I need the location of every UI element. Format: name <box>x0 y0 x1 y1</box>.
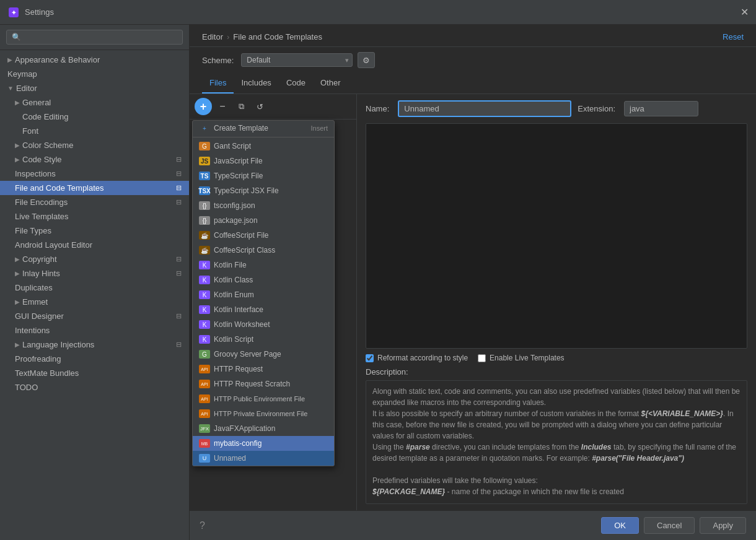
sidebar-item-color-scheme[interactable]: ▶ Color Scheme <box>0 138 189 152</box>
reformat-checkbox-label[interactable]: Reformat according to style <box>366 354 468 362</box>
dropdown-typescript-file[interactable]: TS TypeScript File <box>193 168 334 183</box>
sidebar-item-inlay-hints[interactable]: ▶ Inlay Hints ⊟ <box>0 266 189 281</box>
name-extension-row: Name: Extension: <box>366 100 747 117</box>
dropdown-kotlin-enum[interactable]: K Kotlin Enum <box>193 287 334 302</box>
reset-template-button[interactable]: ↺ <box>252 98 268 115</box>
reformat-checkbox[interactable] <box>366 354 374 362</box>
remove-template-button[interactable]: − <box>214 98 231 115</box>
apply-button[interactable]: Apply <box>700 517 746 534</box>
sidebar-item-code-style[interactable]: ▶ Code Style ⊟ <box>0 152 189 167</box>
sidebar-item-copyright[interactable]: ▶ Copyright ⊟ <box>0 252 189 266</box>
tab-includes[interactable]: Includes <box>234 73 278 94</box>
template-toolbar: + − ⧉ ↺ <box>190 94 356 120</box>
bottom-bar: ? OK Cancel Apply <box>190 510 756 540</box>
dropdown-javascript-file[interactable]: JS JavaScript File <box>193 154 334 168</box>
dropdown-tsconfig[interactable]: {} tsconfig.json <box>193 198 334 213</box>
dropdown-kotlin-file[interactable]: K Kotlin File <box>193 258 334 272</box>
sidebar-item-duplicates[interactable]: Duplicates <box>0 281 189 295</box>
description-label: Description: <box>366 367 747 377</box>
tab-other[interactable]: Other <box>313 73 348 94</box>
sidebar-item-textmate[interactable]: TextMate Bundles <box>0 366 189 380</box>
sidebar-item-keymap[interactable]: Keymap <box>0 67 189 81</box>
sidebar-item-general[interactable]: ▶ General <box>0 95 189 110</box>
tab-files[interactable]: Files <box>202 73 234 94</box>
sidebar-item-editor[interactable]: ▼ Editor <box>0 81 189 95</box>
sidebar-item-live-templates[interactable]: Live Templates <box>0 209 189 224</box>
breadcrumb-current: File and Code Templates <box>233 32 322 41</box>
dropdown-mybatis[interactable]: MB mybatis-config <box>193 436 334 451</box>
sidebar-nav: ▶ Appearance & Behavior Keymap ▼ Editor … <box>0 50 189 540</box>
add-template-button[interactable]: + <box>195 98 212 115</box>
arrow-icon: ▼ <box>7 85 14 92</box>
breadcrumb: Editor › File and Code Templates <box>202 32 322 41</box>
dropdown-kotlin-script[interactable]: K Kotlin Script <box>193 332 334 347</box>
sidebar-item-inspections[interactable]: Inspections ⊟ <box>0 167 189 181</box>
api-icon: API <box>199 380 210 388</box>
dropdown-gant-script[interactable]: G Gant Script <box>193 139 334 154</box>
kotlin-icon: K <box>199 261 210 269</box>
sidebar-item-lang-injections[interactable]: ▶ Language Injections ⊟ <box>0 338 189 352</box>
sidebar-item-todo[interactable]: TODO <box>0 380 189 394</box>
name-input[interactable] <box>398 100 571 117</box>
template-code-editor[interactable] <box>366 123 747 349</box>
dropdown-http-request[interactable]: API HTTP Request <box>193 362 334 377</box>
live-templates-checkbox-label[interactable]: Enable Live Templates <box>478 354 565 362</box>
sidebar-item-appearance[interactable]: ▶ Appearance & Behavior <box>0 53 189 67</box>
template-edit-panel: Name: Extension: Reformat according to s… <box>357 94 756 510</box>
trailing-icon: ⊟ <box>176 170 182 178</box>
dropdown-typescript-jsx[interactable]: TSX TypeScript JSX File <box>193 183 334 198</box>
sidebar-item-intentions[interactable]: Intentions <box>0 323 189 338</box>
tab-code[interactable]: Code <box>279 73 313 94</box>
dropdown-item-label: TypeScript JSX File <box>214 186 279 195</box>
sidebar-item-file-encodings[interactable]: File Encodings ⊟ <box>0 195 189 209</box>
dropdown-kotlin-class[interactable]: K Kotlin Class <box>193 272 334 287</box>
dropdown-create-template[interactable]: + Create Template Insert <box>193 121 334 136</box>
scheme-select[interactable]: Default Project <box>241 53 353 67</box>
sidebar-item-file-types[interactable]: File Types <box>0 224 189 238</box>
options-row: Reformat according to style Enable Live … <box>366 349 747 367</box>
copy-template-button[interactable]: ⧉ <box>233 98 249 115</box>
sidebar-item-file-code-templates[interactable]: File and Code Templates ⊟ <box>0 181 189 195</box>
dropdown-coffeescript-file[interactable]: ☕ CoffeeScript File <box>193 228 334 243</box>
cancel-button[interactable]: Cancel <box>644 517 695 534</box>
sidebar: ▶ Appearance & Behavior Keymap ▼ Editor … <box>0 25 190 540</box>
dropdown-groovy-server[interactable]: G Groovy Server Page <box>193 347 334 362</box>
help-icon[interactable]: ? <box>200 520 205 531</box>
sidebar-item-gui-designer[interactable]: GUI Designer ⊟ <box>0 309 189 323</box>
breadcrumb-parent: Editor <box>202 32 223 41</box>
sidebar-item-android-layout[interactable]: Android Layout Editor <box>0 238 189 252</box>
content-header: Editor › File and Code Templates Reset <box>190 25 756 47</box>
create-icon: + <box>199 124 210 133</box>
dropdown-package-json[interactable]: {} package.json <box>193 213 334 228</box>
scheme-gear-button[interactable]: ⚙ <box>358 52 375 68</box>
dropdown-javafx[interactable]: JFX JavaFXApplication <box>193 421 334 436</box>
dropdown-item-label: JavaFXApplication <box>214 424 275 433</box>
api-icon: API <box>199 409 210 418</box>
dropdown-item-label: HTTP Request <box>214 365 263 373</box>
dropdown-http-private[interactable]: API HTTP Private Environment File <box>193 406 334 421</box>
sidebar-item-font[interactable]: Font <box>0 124 189 138</box>
ok-button[interactable]: OK <box>601 517 639 534</box>
kotlin-icon: K <box>199 305 210 314</box>
extension-input[interactable] <box>624 101 698 116</box>
shortcut-label: Insert <box>310 124 328 132</box>
sidebar-item-proofreading[interactable]: Proofreading <box>0 352 189 366</box>
search-input[interactable] <box>6 30 183 45</box>
ts-icon: TS <box>199 172 210 180</box>
dropdown-kotlin-interface[interactable]: K Kotlin Interface <box>193 302 334 317</box>
trailing-icon: ⊟ <box>176 255 182 263</box>
dropdown-item-label: package.json <box>214 216 258 225</box>
live-templates-checkbox[interactable] <box>478 354 486 362</box>
scheme-row: Scheme: Default Project ⚙ <box>190 47 756 73</box>
dropdown-coffeescript-class[interactable]: ☕ CoffeeScript Class <box>193 243 334 258</box>
api-icon: API <box>199 394 210 403</box>
dropdown-http-public[interactable]: API HTTP Public Environment File <box>193 391 334 406</box>
dropdown-unnamed[interactable]: U Unnamed <box>193 451 334 466</box>
sidebar-item-emmet[interactable]: ▶ Emmet <box>0 295 189 309</box>
dropdown-kotlin-worksheet[interactable]: K Kotlin Worksheet <box>193 317 334 332</box>
dropdown-http-scratch[interactable]: API HTTP Request Scratch <box>193 377 334 391</box>
reset-button[interactable]: Reset <box>723 32 744 41</box>
close-button[interactable]: ✕ <box>741 6 749 18</box>
dropdown-item-label: mybatis-config <box>214 439 262 448</box>
sidebar-item-code-editing[interactable]: Code Editing <box>0 110 189 124</box>
